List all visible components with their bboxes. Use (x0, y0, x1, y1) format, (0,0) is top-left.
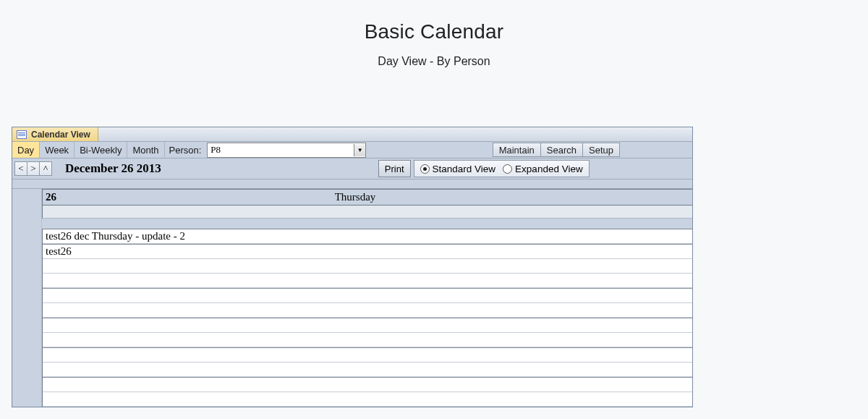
event-row[interactable]: test26 dec Thursday - update - 2 (43, 229, 692, 244)
view-toolbar: Day Week Bi-Weekly Month Person: ▼ Maint… (12, 142, 692, 158)
print-button[interactable]: Print (378, 160, 411, 177)
person-label: Person: (165, 142, 206, 158)
search-button[interactable]: Search (540, 143, 583, 157)
prev-button[interactable]: < (14, 161, 27, 176)
window-title-strip: Calendar View (12, 127, 692, 142)
day-name: Thursday (335, 191, 376, 203)
empty-slot[interactable] (43, 377, 692, 392)
expanded-view-option[interactable]: Expanded View (503, 164, 583, 174)
events-list: test26 dec Thursday - update - 2 test26 (42, 229, 692, 407)
radio-icon (503, 164, 512, 174)
day-header[interactable]: 26 Thursday (42, 189, 692, 206)
time-gutter (12, 189, 42, 407)
next-button[interactable]: > (27, 161, 40, 176)
maintain-button[interactable]: Maintain (493, 143, 541, 157)
spacer (12, 179, 692, 189)
day-number: 26 (43, 191, 56, 203)
empty-slot[interactable] (43, 392, 692, 407)
tab-day[interactable]: Day (12, 142, 40, 158)
standard-view-label: Standard View (433, 164, 496, 174)
event-row[interactable]: test26 (43, 244, 692, 259)
radio-icon (420, 164, 430, 174)
expanded-view-label: Expanded View (515, 164, 583, 174)
tab-week[interactable]: Week (40, 142, 75, 158)
person-select[interactable]: ▼ (207, 143, 366, 158)
form-icon (17, 130, 27, 139)
empty-slot[interactable] (43, 303, 692, 318)
spacer (42, 219, 692, 229)
day-column: 26 Thursday test26 dec Thursday - update… (42, 189, 692, 407)
empty-slot[interactable] (43, 363, 692, 377)
nav-toolbar: < > ^ December 26 2013 Print Standard Vi… (12, 158, 692, 179)
calendar-window: Calendar View Day Week Bi-Weekly Month P… (12, 127, 693, 407)
view-mode-group: Standard View Expanded View (414, 160, 590, 177)
person-input[interactable] (208, 144, 354, 156)
current-date: December 26 2013 (65, 161, 161, 176)
empty-slot[interactable] (43, 288, 692, 303)
dropdown-icon[interactable]: ▼ (354, 144, 365, 156)
empty-slot[interactable] (43, 318, 692, 333)
empty-slot[interactable] (43, 274, 692, 288)
allday-row[interactable] (42, 206, 692, 219)
up-button[interactable]: ^ (39, 161, 52, 176)
setup-button[interactable]: Setup (582, 143, 620, 157)
empty-slot[interactable] (43, 333, 692, 347)
window-tab[interactable]: Calendar View (12, 127, 98, 141)
window-tab-label: Calendar View (31, 130, 90, 140)
tab-month[interactable]: Month (127, 142, 164, 158)
tab-biweekly[interactable]: Bi-Weekly (75, 142, 127, 158)
day-grid: 26 Thursday test26 dec Thursday - update… (12, 189, 692, 407)
page-title: Basic Calendar (0, 20, 868, 43)
empty-slot[interactable] (43, 347, 692, 363)
standard-view-option[interactable]: Standard View (420, 164, 496, 174)
page-subtitle: Day View - By Person (0, 55, 868, 68)
empty-slot[interactable] (43, 259, 692, 274)
